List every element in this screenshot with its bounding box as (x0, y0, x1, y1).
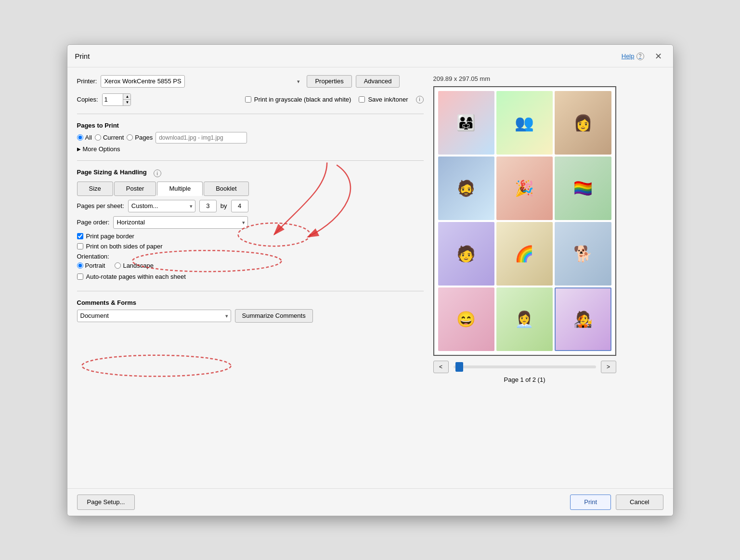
grayscale-checkbox-label[interactable]: Print in grayscale (black and white) (245, 96, 351, 103)
tab-poster[interactable]: Poster (114, 182, 156, 196)
dialog-title: Print (75, 52, 90, 60)
radio-current-label[interactable]: Current (95, 134, 124, 141)
landscape-text: Landscape (123, 262, 154, 269)
pages-per-sheet-row: Pages per sheet: Custom... 2 4 6 9 16 by (77, 200, 424, 212)
radio-all[interactable] (77, 134, 83, 141)
right-panel: 209.89 x 297.05 mm 👨‍👩‍👧 👥 👩 🧔 (433, 75, 663, 481)
properties-button[interactable]: Properties (307, 75, 351, 88)
photo-6-icon: 🏳️‍🌈 (573, 179, 593, 197)
pages-per-sheet-select-wrapper: Custom... 2 4 6 9 16 (128, 200, 195, 212)
radio-pages-label[interactable]: Pages (127, 134, 153, 141)
advanced-button[interactable]: Advanced (356, 75, 400, 88)
document-select-wrapper: Document Document and Markups Document a… (77, 310, 231, 322)
pages-section-title: Pages to Print (77, 122, 424, 129)
printer-select-wrapper: Xerox WorkCentre 5855 PS (101, 75, 303, 88)
divider-1 (77, 114, 424, 114)
comments-section-title: Comments & Forms (77, 299, 424, 306)
both-sides-checkbox[interactable] (77, 243, 83, 249)
tab-multiple[interactable]: Multiple (157, 182, 203, 196)
pages-per-sheet-label: Pages per sheet: (77, 202, 124, 209)
radio-current[interactable] (95, 134, 101, 141)
photo-cell-8: 🌈 (496, 222, 553, 286)
orientation-radios: Portrait Landscape (77, 262, 154, 269)
copies-increment[interactable]: ▲ (123, 94, 131, 100)
photo-7-icon: 🧑 (456, 245, 476, 263)
radio-pages-text: Pages (135, 134, 153, 141)
print-button[interactable]: Print (570, 495, 611, 510)
auto-rotate-row: Auto-rotate pages within each sheet (77, 273, 424, 280)
page-sizing-title: Page Sizing & Handling (77, 169, 147, 176)
photo-3-icon: 👩 (573, 114, 593, 132)
more-options-triangle: ▶ (77, 146, 81, 152)
next-page-button[interactable]: > (601, 361, 616, 373)
page-order-label: Page order: (77, 219, 110, 226)
copies-label: Copies: (77, 96, 98, 103)
copies-input[interactable] (103, 94, 123, 105)
photo-9-icon: 🐕 (573, 245, 593, 263)
close-button[interactable]: ✕ (652, 50, 665, 63)
print-dialog: Print Help ? ✕ Printer: Xerox WorkCentre… (67, 44, 674, 516)
more-options[interactable]: ▶ More Options (77, 145, 424, 153)
tab-booklet[interactable]: Booklet (204, 182, 248, 196)
rows-input[interactable] (231, 200, 248, 212)
more-options-text: More Options (83, 145, 120, 153)
photo-2-icon: 👥 (515, 114, 534, 132)
divider-3 (77, 291, 424, 291)
photo-grid: 👨‍👩‍👧 👥 👩 🧔 🎉 (434, 87, 615, 355)
preview-dimensions: 209.89 x 297.05 mm (433, 75, 491, 82)
page-order-select[interactable]: Horizontal Horizontal Reversed Vertical … (113, 216, 248, 229)
page-slider-track[interactable] (454, 365, 596, 368)
landscape-label[interactable]: Landscape (115, 262, 154, 269)
auto-rotate-label: Auto-rotate pages within each sheet (86, 273, 186, 280)
copies-group: Copies: ▲ ▼ (77, 93, 131, 106)
radio-pages[interactable] (127, 134, 133, 141)
page-sizing-section: Page Sizing & Handling i Size Poster Mul… (77, 169, 424, 283)
pages-per-sheet-select[interactable]: Custom... 2 4 6 9 16 (128, 200, 195, 212)
auto-rotate-checkbox[interactable] (77, 273, 83, 280)
photo-cell-9: 🐕 (555, 222, 611, 286)
footer-right: Print Cancel (570, 495, 663, 510)
cols-input[interactable] (199, 200, 217, 212)
photo-1-icon: 👨‍👩‍👧 (456, 114, 476, 132)
orientation-label: Orientation: (77, 253, 109, 260)
cancel-button[interactable]: Cancel (616, 495, 663, 510)
photo-5-icon: 🎉 (515, 179, 534, 197)
help-icon: ? (636, 52, 644, 60)
grayscale-checkbox[interactable] (245, 96, 251, 103)
copies-grayscale-row: Copies: ▲ ▼ Print in grayscale (black an… (77, 93, 424, 106)
photo-cell-5: 🎉 (496, 156, 553, 220)
by-label: by (221, 202, 227, 209)
copies-decrement[interactable]: ▼ (123, 99, 131, 105)
photo-cell-6: 🏳️‍🌈 (555, 156, 611, 220)
help-link[interactable]: Help ? (622, 52, 644, 60)
prev-page-button[interactable]: < (433, 361, 449, 373)
portrait-radio[interactable] (77, 262, 83, 269)
left-panel: Printer: Xerox WorkCentre 5855 PS Proper… (77, 75, 424, 481)
radio-all-label[interactable]: All (77, 134, 92, 141)
tab-bar: Size Poster Multiple Booklet (77, 182, 424, 196)
page-indicator: Page 1 of 2 (1) (433, 376, 616, 383)
print-border-checkbox[interactable] (77, 233, 83, 239)
portrait-label[interactable]: Portrait (77, 262, 105, 269)
document-select[interactable]: Document Document and Markups Document a… (77, 310, 231, 322)
print-border-row: Print page border (77, 233, 424, 240)
pages-range-input[interactable] (156, 132, 247, 143)
ink-checkbox-label[interactable]: Save ink/toner (359, 96, 408, 103)
preview-nav: < > (433, 361, 616, 373)
tab-size[interactable]: Size (77, 182, 113, 196)
photo-cell-2: 👥 (496, 91, 553, 155)
photo-cell-7: 🧑 (438, 222, 494, 286)
ink-info-icon: i (416, 96, 424, 104)
summarize-comments-button[interactable]: Summarize Comments (235, 309, 313, 323)
printer-select[interactable]: Xerox WorkCentre 5855 PS (101, 75, 185, 88)
grayscale-ink-row: Print in grayscale (black and white) Sav… (245, 96, 424, 104)
page-slider-thumb[interactable] (455, 362, 463, 372)
page-sizing-info-icon: i (154, 169, 161, 177)
page-setup-button[interactable]: Page Setup... (77, 495, 135, 510)
photo-4-icon: 🧔 (456, 179, 476, 197)
landscape-radio[interactable] (115, 262, 121, 269)
radio-all-text: All (85, 134, 92, 141)
photo-8-icon: 🌈 (515, 245, 534, 263)
ink-checkbox[interactable] (359, 96, 365, 103)
photo-cell-12: 🧑‍🎤 (555, 287, 611, 351)
